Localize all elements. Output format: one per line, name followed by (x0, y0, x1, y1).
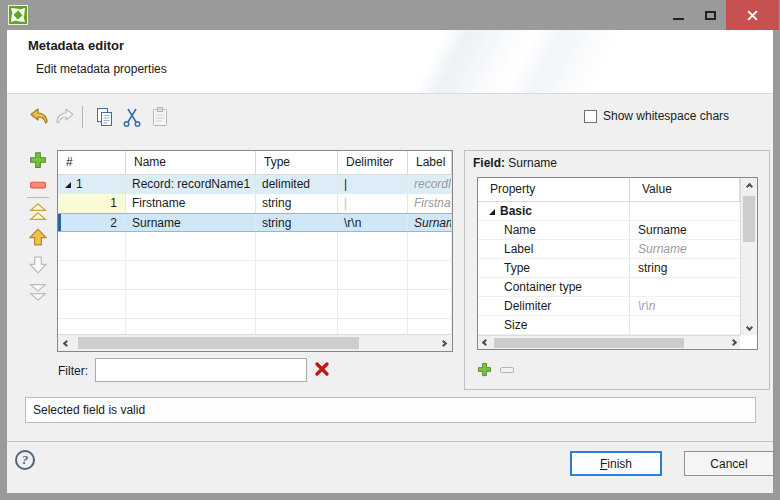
scroll-down-arrow[interactable] (741, 319, 757, 335)
record-type-cell: delimited (256, 175, 338, 194)
cut-button[interactable] (120, 105, 144, 129)
hscrollbar-thumb[interactable] (494, 338, 684, 348)
property-group-basic[interactable]: Basic (478, 202, 740, 221)
move-up-button[interactable] (29, 228, 47, 246)
fields-table-header: # Name Type Delimiter Label (58, 151, 452, 175)
field-name-cell: Surname (126, 214, 256, 231)
fields-table: # Name Type Delimiter Label 1 Record: re… (57, 150, 453, 352)
dialog-title: Metadata editor (28, 38, 124, 53)
close-icon (747, 10, 758, 21)
empty-row (58, 232, 452, 261)
field-label-cell: Surname (408, 214, 452, 231)
field-num-cell: 1 (58, 194, 126, 213)
remove-property-button[interactable] (500, 367, 514, 373)
table-row-record[interactable]: 1 Record: recordName1 delimited | record… (58, 175, 452, 194)
minimize-button[interactable] (662, 0, 694, 30)
window-controls (662, 0, 779, 30)
record-num-cell: 1 (58, 175, 126, 194)
undo-icon (28, 106, 50, 128)
expand-icon[interactable] (489, 209, 495, 215)
field-num-cell: 2 (58, 214, 126, 231)
filter-input[interactable] (95, 358, 307, 382)
titlebar[interactable] (0, 0, 780, 30)
show-whitespace-checkbox[interactable] (584, 110, 597, 123)
cancel-button[interactable]: Cancel (684, 451, 774, 476)
dialog-subtitle: Edit metadata properties (36, 62, 167, 76)
field-label-cell: Firstname (408, 194, 452, 213)
undo-button[interactable] (27, 105, 51, 129)
move-bottom-button[interactable] (29, 283, 47, 301)
column-header-value[interactable]: Value (630, 178, 740, 201)
clover-app-icon (8, 5, 28, 25)
field-type-cell: string (256, 194, 338, 213)
copy-icon (93, 106, 115, 128)
scroll-right-arrow[interactable] (435, 335, 452, 351)
column-header-num[interactable]: # (58, 151, 126, 174)
property-table-hscrollbar[interactable] (478, 335, 740, 349)
field-delimiter-cell: | (338, 194, 408, 213)
property-table-vscrollbar[interactable] (740, 178, 757, 335)
redo-button[interactable] (53, 105, 77, 129)
field-title: Field: Surname (473, 156, 557, 170)
filter-clear-button[interactable] (314, 361, 330, 377)
property-row-label[interactable]: Label Surname (478, 240, 740, 259)
property-row-delimiter[interactable]: Delimiter \r\n (478, 297, 740, 316)
hscrollbar-thumb[interactable] (78, 337, 359, 349)
show-whitespace-label: Show whitespace chars (603, 109, 729, 123)
record-name-cell: Record: recordName1 (126, 175, 256, 194)
vscrollbar-thumb[interactable] (743, 196, 755, 242)
expand-icon[interactable] (65, 182, 71, 188)
property-table-header: Property Value (478, 178, 740, 202)
scroll-left-arrow[interactable] (58, 335, 75, 351)
filter-label: Filter: (58, 364, 88, 378)
column-header-type[interactable]: Type (256, 151, 338, 174)
add-field-button[interactable] (29, 151, 47, 169)
empty-row (58, 290, 452, 319)
record-label-cell: recordName1 (408, 175, 452, 194)
scroll-right-arrow[interactable] (726, 336, 740, 349)
scroll-left-arrow[interactable] (478, 336, 492, 349)
field-delimiter-cell: \r\n (338, 214, 408, 231)
field-title-value: Surname (508, 156, 557, 170)
metadata-editor-dialog: Metadata editor Edit metadata properties (0, 0, 780, 500)
field-type-cell: string (256, 214, 338, 231)
column-header-label[interactable]: Label (408, 151, 452, 174)
add-property-button[interactable] (477, 362, 492, 377)
property-row-size[interactable]: Size (478, 316, 740, 335)
finish-button[interactable]: Finish (570, 451, 662, 476)
property-row-type[interactable]: Type string (478, 259, 740, 278)
table-row-surname-selected[interactable]: 2 Surname string \r\n Surname (58, 213, 452, 232)
column-header-property[interactable]: Property (478, 178, 630, 201)
column-header-name[interactable]: Name (126, 151, 256, 174)
empty-row (58, 261, 452, 290)
vtoolbar-separator (27, 197, 49, 198)
property-row-container-type[interactable]: Container type (478, 278, 740, 297)
maximize-button[interactable] (694, 0, 726, 30)
scroll-up-arrow[interactable] (741, 178, 757, 194)
paste-button[interactable] (148, 105, 172, 129)
field-name-cell: Firstname (126, 194, 256, 213)
help-button[interactable]: ? (15, 450, 35, 470)
column-header-delimiter[interactable]: Delimiter (338, 151, 408, 174)
redo-icon (54, 106, 76, 128)
footer-separator (7, 441, 773, 442)
record-delimiter-cell: | (338, 175, 408, 194)
field-title-label: Field: (473, 156, 505, 170)
property-row-name[interactable]: Name Surname (478, 221, 740, 240)
remove-field-button[interactable] (29, 176, 47, 194)
close-button[interactable] (726, 0, 779, 30)
fields-table-hscrollbar[interactable] (58, 334, 452, 351)
move-top-button[interactable] (29, 203, 47, 221)
empty-row (58, 319, 452, 334)
table-row-firstname[interactable]: 1 Firstname string | Firstname (58, 194, 452, 213)
status-message: Selected field is valid (33, 403, 145, 417)
toolbar-separator (82, 106, 83, 128)
copy-button[interactable] (92, 105, 116, 129)
move-down-button[interactable] (29, 256, 47, 274)
paste-icon (149, 106, 171, 128)
property-table: Property Value Basic Name Surname Label … (477, 177, 758, 350)
cut-icon (121, 106, 143, 128)
